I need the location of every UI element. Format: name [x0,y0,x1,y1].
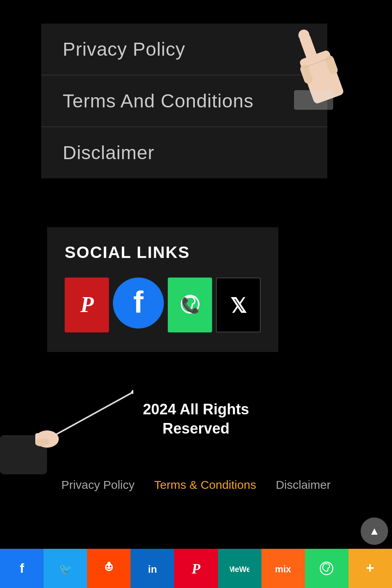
share-twitter[interactable]: 🐦 [44,549,87,588]
svg-text:in: in [148,563,157,575]
svg-text:f: f [20,561,24,575]
share-whatsapp[interactable] [305,549,348,588]
svg-text:mix: mix [275,564,292,574]
scroll-up-button[interactable]: ▲ [361,517,388,545]
facebook-icon[interactable]: f [113,278,164,328]
footer-privacy-link[interactable]: Privacy Policy [62,478,135,492]
social-title: SOCIAL LINKS [65,243,261,262]
copyright-section: 2024 All Rights Reserved [0,400,392,439]
share-reddit[interactable] [87,549,131,588]
svg-text:MeWe: MeWe [230,565,249,573]
svg-text:𝕏: 𝕏 [230,294,247,317]
pinterest-icon[interactable]: P [65,278,109,332]
copyright-text: 2024 All Rights Reserved [0,400,392,439]
svg-rect-6 [294,90,333,110]
svg-text:P: P [80,292,94,317]
menu-item-disclaimer[interactable]: Disclaimer [41,127,327,178]
share-pinterest[interactable]: P [174,549,218,588]
share-facebook[interactable]: f [0,549,44,588]
share-mewe[interactable]: MeWe [218,549,261,588]
footer-links: Privacy Policy Terms & Conditions Discla… [0,470,392,499]
whatsapp-icon[interactable]: 📞 [168,278,212,332]
svg-point-30 [109,566,111,568]
svg-text:🐦: 🐦 [58,563,72,575]
svg-point-29 [106,566,108,568]
svg-text:+: + [366,560,374,576]
footer-disclaimer-link[interactable]: Disclaimer [276,478,330,492]
chevron-up-icon: ▲ [369,525,380,537]
svg-text:📞: 📞 [181,296,200,314]
svg-point-31 [107,562,111,565]
share-more[interactable]: + [348,549,392,588]
svg-text:P: P [191,561,201,577]
share-linkedin[interactable]: in [131,549,174,588]
share-mix[interactable]: mix [261,549,305,588]
footer-terms-link[interactable]: Terms & Conditions [154,478,256,492]
pointing-hand-decoration [274,0,353,110]
share-bar: f 🐦 in P Me [0,549,392,588]
svg-text:f: f [133,285,144,319]
social-section: SOCIAL LINKS P f 📞 [47,227,278,352]
x-twitter-icon[interactable]: 𝕏 [216,278,261,332]
social-icons-container: P f 📞 𝕏 [65,278,261,332]
